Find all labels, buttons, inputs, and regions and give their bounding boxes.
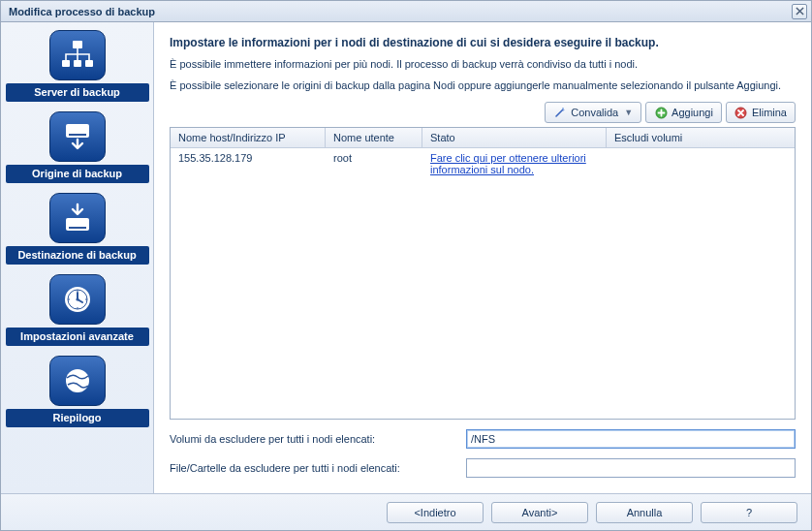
footer: <Indietro Avanti> Annulla ?: [1, 493, 811, 530]
content-area: Server di backup Origine di backup Desti…: [1, 22, 811, 493]
cell-user: root: [326, 148, 422, 179]
wand-icon: [553, 106, 567, 119]
sidebar-item-label: Origine di backup: [6, 165, 149, 183]
intro-text-2: È possibile selezionare le origini di ba…: [170, 78, 796, 92]
files-label: File/Cartelle da escludere per tutti i n…: [170, 462, 460, 474]
svg-rect-1: [62, 60, 70, 67]
sidebar-item-server[interactable]: Server di backup: [6, 26, 149, 108]
nodes-grid: Nome host/Indirizzo IP Nome utente Stato…: [170, 127, 796, 420]
add-label: Aggiungi: [671, 107, 713, 118]
titlebar: Modifica processo di backup: [1, 1, 811, 22]
sidebar-item-advanced[interactable]: Impostazioni avanzate: [6, 270, 149, 352]
col-user[interactable]: Nome utente: [326, 128, 422, 147]
delete-label: Elimina: [752, 107, 787, 118]
back-button[interactable]: <Indietro: [387, 502, 484, 523]
sidebar-item-label: Riepilogo: [6, 409, 149, 427]
sidebar: Server di backup Origine di backup Desti…: [1, 22, 154, 493]
cell-host: 155.35.128.179: [171, 148, 326, 179]
node-info-link[interactable]: Fare clic qui per ottenere ulteriori inf…: [430, 152, 586, 175]
svg-rect-2: [74, 60, 81, 67]
svg-rect-0: [73, 41, 82, 48]
validate-label: Convalida: [571, 107, 618, 118]
volumes-row: Volumi da escludere per tutti i nodi ele…: [170, 429, 796, 449]
main-panel: Impostare le informazioni per i nodi di …: [154, 22, 811, 493]
close-button[interactable]: [792, 4, 807, 19]
files-row: File/Cartelle da escludere per tutti i n…: [170, 458, 796, 478]
col-status[interactable]: Stato: [422, 128, 607, 147]
clock-icon: [49, 274, 106, 325]
files-input[interactable]: [466, 458, 796, 478]
grid-header: Nome host/Indirizzo IP Nome utente Stato…: [171, 128, 795, 148]
volumes-input[interactable]: [466, 429, 796, 449]
delete-button[interactable]: Elimina: [726, 102, 796, 123]
sidebar-item-label: Destinazione di backup: [6, 246, 149, 265]
source-icon: [49, 111, 106, 162]
page-heading: Impostare le informazioni per i nodi di …: [170, 36, 796, 49]
next-button[interactable]: Avanti>: [491, 502, 588, 523]
intro-text-1: È possibile immettere informazioni per p…: [170, 57, 796, 71]
col-host[interactable]: Nome host/Indirizzo IP: [171, 128, 326, 147]
svg-rect-5: [69, 134, 86, 136]
svg-point-14: [76, 297, 78, 300]
table-row[interactable]: 155.35.128.179 root Fare clic qui per ot…: [171, 148, 795, 179]
sidebar-item-source[interactable]: Origine di backup: [6, 108, 149, 189]
sidebar-item-summary[interactable]: Riepilogo: [6, 352, 149, 433]
sidebar-item-label: Server di backup: [6, 83, 149, 102]
destination-icon: [49, 193, 106, 243]
sidebar-item-destination[interactable]: Destinazione di backup: [6, 189, 149, 270]
close-icon: [796, 7, 804, 16]
volumes-label: Volumi da escludere per tutti i nodi ele…: [170, 433, 460, 445]
cancel-button[interactable]: Annulla: [596, 502, 693, 523]
grid-toolbar: Convalida ▼ Aggiungi Elimina: [170, 102, 796, 123]
svg-rect-6: [66, 218, 89, 231]
server-icon: [49, 30, 106, 80]
x-circle-icon: [734, 106, 748, 119]
chevron-down-icon: ▼: [624, 108, 633, 117]
cell-exclude: [607, 148, 795, 179]
add-button[interactable]: Aggiungi: [645, 102, 722, 123]
col-exclude[interactable]: Escludi volumi: [607, 128, 795, 147]
dialog-window: Modifica processo di backup Server di ba…: [0, 0, 812, 531]
validate-button[interactable]: Convalida ▼: [545, 102, 641, 123]
globe-icon: [49, 356, 106, 406]
sidebar-item-label: Impostazioni avanzate: [6, 328, 149, 346]
svg-point-15: [66, 369, 89, 392]
window-title: Modifica processo di backup: [9, 6, 155, 17]
plus-circle-icon: [654, 106, 668, 119]
svg-rect-7: [69, 227, 86, 229]
grid-body: 155.35.128.179 root Fare clic qui per ot…: [171, 148, 795, 419]
svg-rect-3: [85, 60, 93, 67]
help-button[interactable]: ?: [701, 502, 797, 523]
